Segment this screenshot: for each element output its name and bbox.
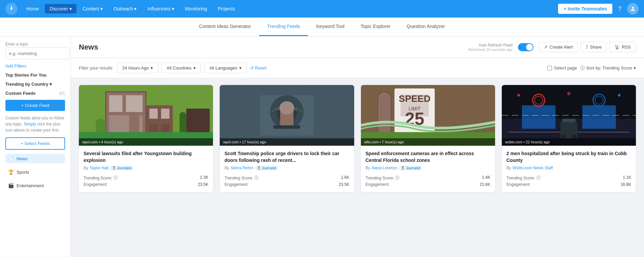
card-image-3: SPEED LIMIT 25 wftv.com • 7 hour(s) — [361, 85, 495, 146]
card-author-link-3[interactable]: Alexa Lorenzo — [372, 166, 398, 170]
trending-value-1: 2.3K — [200, 175, 209, 181]
tab-keyword-tool[interactable]: Keyword Tool — [308, 18, 352, 36]
sub-navigation: Content Ideas Generator Trending Feeds K… — [0, 18, 644, 36]
entertainment-icon: 🎬 — [8, 183, 14, 188]
author-tag-3: 🏅 Journalist — [399, 166, 422, 170]
svg-text:SPEED: SPEED — [399, 93, 430, 104]
nav-outreach[interactable]: Outreach ▾ — [109, 4, 142, 13]
country-filter-button[interactable]: All Countries ▾ — [161, 63, 201, 73]
share-button[interactable]: ⤴ Share — [581, 42, 607, 52]
svg-rect-13 — [149, 109, 158, 119]
news-card: wpxl.com • 17 hour(s) ago Scott Township… — [220, 85, 354, 192]
topic-input[interactable] — [5, 47, 69, 59]
card-author-3: By Alexa Lorenzo 🏅 Journalist — [366, 166, 490, 170]
refresh-time: Refreshed 19 seconds ago — [468, 48, 512, 52]
trending-label-1: Trending Score: ⓘ — [84, 175, 118, 181]
language-filter-button[interactable]: All Languages ▾ — [204, 63, 246, 73]
create-alert-button[interactable]: ↗ Create Alert — [539, 42, 578, 52]
card-author-1: By Taylor Hall 🏅 Journalist — [84, 166, 208, 170]
card-image-4: wsbtv.com • 22 hour(s) ago — [502, 85, 636, 146]
invite-teammates-button[interactable]: + Invite Teammates — [558, 4, 612, 14]
card-title-4: 2 men hospitalized after being struck by… — [507, 150, 631, 164]
nav-influencers[interactable]: Influencers ▾ — [143, 4, 179, 13]
filter-label: Filter your results — [79, 65, 113, 70]
svg-rect-8 — [109, 95, 123, 112]
card-author-link-2[interactable]: Sierra Rehm — [231, 166, 253, 170]
sports-icon: 🏆 — [8, 169, 14, 175]
nav-monitoring[interactable]: Monitoring — [180, 4, 212, 13]
sidebar: Enter a topic Add Filters Top Stories Fo… — [0, 36, 71, 257]
author-tag-2: 🏅 Journalist — [255, 166, 278, 170]
engagement-value-2: 23.5K — [339, 182, 349, 187]
feed-item-entertainment[interactable]: 🎬 Entertainment — [5, 181, 65, 190]
engagement-label-3: Engagement: — [366, 182, 390, 187]
svg-rect-39 — [377, 92, 391, 135]
card-title-1: Several lawsuits filed after Youngstown … — [84, 150, 208, 164]
svg-point-52 — [618, 94, 620, 96]
card-source-3: wftv.com • 7 hour(s) ago — [361, 138, 495, 146]
tab-trending-feeds[interactable]: Trending Feeds — [259, 18, 308, 36]
engagement-label-4: Engagement: — [507, 182, 530, 187]
card-source-1: wpxl.com • 4 hour(s) ago — [79, 138, 213, 146]
card-author-4: By Wsbtv.com News Staff — [507, 166, 631, 170]
svg-rect-11 — [129, 115, 139, 134]
app-logo[interactable] — [5, 3, 18, 15]
content-area: News Auto Refresh Feed Refreshed 19 seco… — [71, 36, 644, 257]
card-image-1: wpxl.com • 4 hour(s) ago — [79, 85, 213, 146]
select-page-checkbox[interactable] — [547, 66, 552, 70]
svg-point-51 — [517, 94, 520, 96]
tab-question-analyzer[interactable]: Question Analyzer — [399, 18, 453, 36]
topic-label: Enter a topic — [5, 42, 65, 47]
svg-point-1 — [11, 6, 12, 7]
card-title-2: Scott Township police urge drivers to lo… — [224, 150, 349, 164]
svg-point-30 — [279, 101, 294, 115]
create-feed-button[interactable]: + Create Feed — [5, 100, 65, 111]
card-author-link-1[interactable]: Taylor Hall — [90, 166, 109, 170]
top-stories-title: Top Stories For You — [5, 73, 65, 78]
nav-content[interactable]: Content ▾ — [78, 4, 108, 13]
rss-button[interactable]: 📡 RSS — [609, 42, 636, 52]
engagement-value-1: 23.5K — [198, 182, 208, 187]
card-image-2: wpxl.com • 17 hour(s) ago — [220, 85, 354, 146]
feed-item-news[interactable]: 📄 News — [5, 154, 65, 163]
tab-topic-explorer[interactable]: Topic Explorer — [352, 18, 399, 36]
select-feeds-button[interactable]: + Select Feeds — [5, 137, 65, 150]
top-navigation: Home Discover ▾ Content ▾ Outreach ▾ Inf… — [0, 0, 644, 18]
select-page-label: Select page — [554, 65, 577, 70]
tab-content-ideas[interactable]: Content Ideas Generator — [191, 18, 259, 36]
cards-grid: wpxl.com • 4 hour(s) ago Several lawsuit… — [71, 78, 644, 199]
svg-point-53 — [567, 92, 571, 95]
card-author-link-4[interactable]: Wsbtv.com News Staff — [513, 166, 553, 170]
engagement-value-3: 21.6K — [480, 182, 490, 187]
svg-rect-44 — [522, 105, 555, 129]
nav-discover[interactable]: Discover ▾ — [45, 4, 76, 13]
auto-refresh-toggle[interactable] — [518, 43, 533, 51]
news-card: SPEED LIMIT 25 wftv.com • 7 hour(s) — [361, 85, 495, 192]
help-button[interactable]: ? — [614, 3, 626, 15]
svg-rect-45 — [582, 105, 616, 129]
trending-label-4: Trending Score: ⓘ — [507, 175, 541, 181]
filter-bar: Filter your results 24 Hours Ago ▾ All C… — [71, 58, 644, 78]
content-header: News Auto Refresh Feed Refreshed 19 seco… — [71, 36, 644, 58]
user-avatar[interactable] — [627, 3, 639, 15]
add-filters-link[interactable]: Add Filters — [5, 63, 65, 68]
trending-value-4: 1.1K — [623, 175, 631, 181]
page-title: News — [79, 43, 463, 52]
card-source-4: wsbtv.com • 22 hour(s) ago — [502, 138, 636, 146]
author-tag-1: 🏅 Journalist — [110, 166, 133, 170]
trending-value-2: 1.6K — [341, 175, 349, 181]
svg-rect-9 — [126, 95, 143, 112]
nav-projects[interactable]: Projects — [213, 4, 240, 13]
time-filter-button[interactable]: 24 Hours Ago ▾ — [117, 63, 158, 73]
reset-filter-button[interactable]: ↺ Reset — [250, 65, 267, 70]
news-card: wsbtv.com • 22 hour(s) ago 2 men hospita… — [502, 85, 636, 192]
sort-button[interactable]: ⓘ Sort by: Trending Score ▾ — [580, 65, 636, 71]
card-title-3: Speed enforcement cameras are in effect … — [366, 150, 490, 164]
engagement-label-1: Engagement: — [84, 182, 108, 187]
nav-home[interactable]: Home — [22, 4, 43, 13]
feed-item-sports[interactable]: 🏆 Sports — [5, 167, 65, 177]
engagement-value-4: 16.8K — [621, 182, 631, 187]
custom-feeds-title: Custom Feeds — [5, 91, 36, 96]
header-actions: ↗ Create Alert ⤴ Share 📡 RSS — [539, 42, 636, 52]
trending-country-title[interactable]: Trending by Country ▾ — [5, 82, 65, 87]
